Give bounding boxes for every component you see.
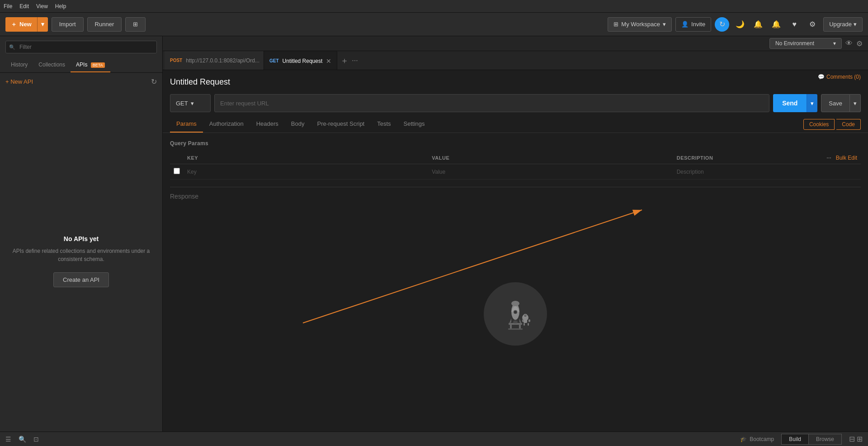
svg-rect-17	[528, 323, 529, 326]
new-api-button[interactable]: + New API ↻	[0, 73, 162, 90]
req-tabs-right: Cookies Code	[803, 119, 861, 130]
url-input[interactable]	[214, 94, 769, 112]
query-params-section: Query Params KEY VALUE DESCRIPTION ··· B…	[163, 133, 868, 187]
import-button[interactable]: Import	[52, 17, 84, 32]
layout-button[interactable]: ⊞	[125, 17, 146, 32]
build-button[interactable]: Build	[781, 434, 809, 445]
menu-help[interactable]: Help	[55, 3, 66, 9]
notifications-button[interactable]: 🔔	[751, 17, 765, 32]
req-tab-params[interactable]: Params	[170, 116, 203, 133]
alerts-button[interactable]: 🔔	[769, 17, 783, 32]
param-checkbox[interactable]	[174, 168, 180, 174]
new-button[interactable]: ＋ New ▾	[5, 17, 48, 32]
invite-icon: 👤	[681, 21, 689, 28]
tab-post-request[interactable]: POST http://127.0.0.1:8082/api/Ord...	[165, 51, 264, 70]
layout-split-button[interactable]: ⊟	[849, 435, 855, 443]
param-key-input[interactable]	[187, 169, 425, 175]
svg-rect-5	[508, 328, 523, 330]
new-api-label: + New API	[5, 78, 33, 85]
tabs-bar: POST http://127.0.0.1:8082/api/Ord... GE…	[163, 51, 868, 70]
sidebar-tabs: History Collections APIs BETA	[0, 58, 162, 73]
code-button[interactable]: Code	[836, 119, 861, 130]
new-dropdown-arrow[interactable]: ▾	[38, 17, 48, 32]
env-select[interactable]: No Environment ▾	[769, 38, 842, 49]
search-input[interactable]	[5, 41, 157, 53]
create-api-button[interactable]: Create an API	[53, 272, 109, 287]
grid-icon: ⊞	[613, 21, 618, 28]
param-value-input[interactable]	[432, 169, 669, 175]
history-bottom-button[interactable]: ⊡	[33, 436, 39, 443]
method-select[interactable]: GET ▾	[170, 94, 211, 112]
workspace-button[interactable]: ⊞ My Workspace ▾	[608, 17, 672, 32]
method-chevron-icon: ▾	[191, 100, 194, 107]
col-key: KEY	[184, 152, 428, 164]
bootcamp-button[interactable]: 🎓 Bootcamp	[740, 436, 774, 442]
request-area: Untitled Request GET ▾ Send ▾ Save ▾	[163, 70, 868, 112]
env-bar: No Environment ▾ 👁 ⚙	[163, 36, 868, 51]
upgrade-button[interactable]: Upgrade ▾	[823, 17, 863, 32]
req-tab-headers[interactable]: Headers	[250, 116, 285, 133]
cookies-button[interactable]: Cookies	[803, 119, 835, 130]
save-button[interactable]: Save	[821, 94, 850, 112]
save-dropdown-button[interactable]: ▾	[850, 94, 861, 112]
add-tab-button[interactable]: ＋	[337, 53, 352, 68]
runner-button[interactable]: Runner	[87, 17, 122, 32]
refresh-button[interactable]: ↻	[151, 77, 157, 86]
url-bar: GET ▾ Send ▾ Save ▾	[170, 94, 861, 112]
no-apis-panel: No APIs yet APIs define related collecti…	[0, 90, 162, 432]
menu-view[interactable]: View	[36, 3, 48, 9]
req-tab-authorization[interactable]: Authorization	[203, 116, 250, 133]
sidebar-toggle-button[interactable]: ☰	[5, 436, 11, 443]
svg-point-7	[511, 301, 519, 306]
bootcamp-icon: 🎓	[740, 436, 747, 442]
svg-point-9	[514, 311, 517, 313]
tab-method-get: GET	[269, 58, 279, 63]
sidebar-search-area	[0, 36, 162, 58]
menubar: File Edit View Help	[0, 0, 868, 13]
sidebar-tab-collections[interactable]: Collections	[33, 58, 71, 72]
svg-rect-16	[524, 323, 525, 326]
rocket-svg	[493, 291, 538, 337]
param-desc-input[interactable]	[677, 169, 857, 175]
response-label: Response	[170, 187, 861, 205]
plus-icon: ＋	[11, 20, 17, 28]
req-tab-settings[interactable]: Settings	[397, 116, 431, 133]
req-tab-tests[interactable]: Tests	[371, 116, 397, 133]
req-tab-pre-request[interactable]: Pre-request Script	[311, 116, 371, 133]
invite-button[interactable]: 👤 Invite	[675, 17, 711, 32]
sidebar-tab-history[interactable]: History	[5, 58, 33, 72]
heart-button[interactable]: ♥	[787, 17, 802, 32]
theme-button[interactable]: 🌙	[733, 17, 747, 32]
menu-edit[interactable]: Edit	[19, 3, 29, 9]
sidebar-tab-apis[interactable]: APIs BETA	[71, 58, 110, 72]
bootcamp-label: Bootcamp	[750, 436, 774, 442]
comments-button[interactable]: 💬 Comments (0)	[818, 74, 861, 80]
layout-columns-button[interactable]: ⊞	[857, 435, 863, 443]
tab-method-post: POST	[170, 58, 182, 63]
more-tabs-button[interactable]: ···	[352, 57, 358, 65]
svg-rect-14	[522, 319, 524, 322]
env-eye-button[interactable]: 👁	[845, 39, 853, 47]
sync-button[interactable]: ↻	[715, 17, 729, 32]
env-chevron-icon: ▾	[833, 40, 836, 47]
svg-point-18	[524, 314, 527, 317]
workspace-label: My Workspace	[621, 21, 660, 28]
col-description: DESCRIPTION	[673, 152, 816, 164]
no-apis-description: APIs define related collections and envi…	[9, 247, 153, 263]
tab-get-request[interactable]: GET Untitled Request ✕	[264, 51, 337, 70]
bulk-edit-button[interactable]: Bulk Edit	[836, 155, 857, 161]
apis-label: APIs	[76, 62, 87, 68]
save-button-group: Save ▾	[821, 94, 861, 112]
col-value: VALUE	[428, 152, 673, 164]
tab-close-button[interactable]: ✕	[326, 58, 331, 64]
env-gear-button[interactable]: ⚙	[856, 39, 863, 48]
search-bottom-button[interactable]: 🔍	[19, 436, 26, 443]
browse-button[interactable]: Browse	[809, 434, 842, 445]
send-dropdown-button[interactable]: ▾	[807, 94, 817, 112]
new-label: New	[19, 21, 32, 28]
send-button[interactable]: Send	[773, 94, 807, 112]
settings-button[interactable]: ⚙	[805, 17, 820, 32]
upgrade-label: Upgrade	[829, 21, 852, 28]
req-tab-body[interactable]: Body	[285, 116, 311, 133]
menu-file[interactable]: File	[4, 3, 12, 9]
